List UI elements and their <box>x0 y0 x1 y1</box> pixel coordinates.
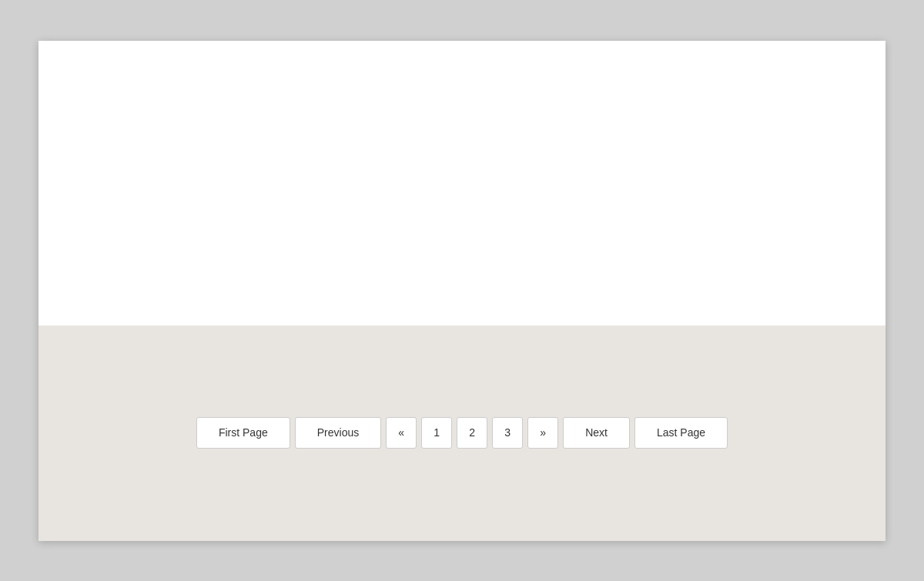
last-page-button[interactable]: Last Page <box>634 417 728 449</box>
next-arrow-button[interactable]: » <box>527 417 558 449</box>
pagination: First Page Previous « 1 2 3 » Next Last … <box>196 417 728 449</box>
previous-button[interactable]: Previous <box>295 417 381 449</box>
next-button[interactable]: Next <box>563 417 630 449</box>
prev-arrow-button[interactable]: « <box>386 417 417 449</box>
top-section <box>38 41 886 326</box>
card: First Page Previous « 1 2 3 » Next Last … <box>38 41 886 541</box>
page-1-button[interactable]: 1 <box>421 417 452 449</box>
bottom-section: First Page Previous « 1 2 3 » Next Last … <box>38 326 886 541</box>
page-3-button[interactable]: 3 <box>492 417 523 449</box>
first-page-button[interactable]: First Page <box>196 417 290 449</box>
page-2-button[interactable]: 2 <box>457 417 487 449</box>
